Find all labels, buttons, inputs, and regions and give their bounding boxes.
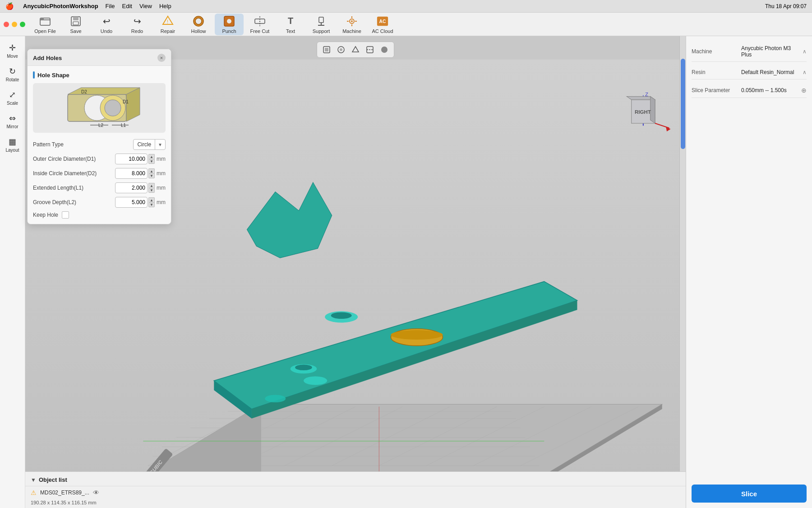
scale-tool[interactable]: ⤢ Scale <box>2 87 23 108</box>
text-button[interactable]: T Text <box>276 14 305 35</box>
menu-edit[interactable]: Edit <box>122 3 132 9</box>
free-cut-icon <box>254 15 266 28</box>
resin-section: Resin Default Resin_Normal ∧ <box>692 65 807 79</box>
move-tool[interactable]: ✛ Move <box>2 40 23 61</box>
dropdown-arrow-icon[interactable]: ▼ <box>155 140 165 149</box>
svg-text:D2: D2 <box>81 89 87 94</box>
slice-button[interactable]: Slice <box>692 485 807 503</box>
keep-hole-checkbox[interactable] <box>62 211 69 219</box>
redo-button[interactable]: ↪ Redo <box>123 14 152 35</box>
open-file-button[interactable]: Open File <box>31 14 60 35</box>
svg-point-43 <box>381 47 388 53</box>
text-label: Text <box>286 28 295 34</box>
menu-view[interactable]: View <box>139 3 152 9</box>
collapse-icon[interactable]: ▼ <box>31 477 36 483</box>
minimize-button[interactable] <box>12 22 17 27</box>
slice-param-section: Slice Parameter 0.050mm -- 1.500s ⊕ <box>692 83 807 98</box>
layout-tool[interactable]: ▦ Layout <box>2 134 23 155</box>
vp-select-button[interactable] <box>321 44 332 56</box>
extended-length-row: Extended Length(L1) ▲ ▼ mm <box>33 182 166 193</box>
inner-diameter-row: Inside Circle Diameter(D2) ▲ ▼ mm <box>33 168 166 179</box>
extended-length-unit: mm <box>157 185 166 191</box>
svg-marker-40 <box>352 47 359 52</box>
groove-depth-spinners: ▲ ▼ <box>148 197 155 207</box>
slice-param-plus-icon[interactable]: ⊕ <box>801 87 807 94</box>
scale-label: Scale <box>7 101 18 106</box>
vp-sphere-button[interactable] <box>378 44 390 56</box>
extended-length-input-wrap: ▲ ▼ mm <box>115 182 166 193</box>
menu-file[interactable]: File <box>106 3 115 9</box>
groove-depth-up[interactable]: ▲ <box>148 197 155 202</box>
svg-rect-1 <box>40 18 44 20</box>
apple-menu[interactable]: 🍎 <box>5 2 14 10</box>
ac-cloud-button[interactable]: AC AC Cloud <box>368 14 397 35</box>
outer-diameter-up[interactable]: ▲ <box>148 154 155 159</box>
maximize-button[interactable] <box>20 22 25 27</box>
object-list-header: ▼ Object list <box>25 474 686 486</box>
inner-diameter-spinners: ▲ ▼ <box>148 168 155 178</box>
machine-button[interactable]: Machine <box>337 14 366 35</box>
repair-button[interactable]: ! Repair <box>153 14 182 35</box>
machine-chevron-icon[interactable]: ∧ <box>803 48 807 55</box>
add-holes-panel: Add Holes × Hole Shape <box>27 49 171 224</box>
panel-close-button[interactable]: × <box>157 54 166 62</box>
undo-button[interactable]: ↩ Undo <box>92 14 121 35</box>
outer-diameter-spinners: ▲ ▼ <box>148 154 155 164</box>
mirror-icon: ⇔ <box>9 113 16 123</box>
svg-point-39 <box>340 48 342 51</box>
slice-param-label: Slice Parameter <box>692 87 741 93</box>
support-button[interactable]: Support <box>307 14 336 35</box>
visibility-icon[interactable]: 👁 <box>93 489 99 496</box>
support-label: Support <box>313 28 330 34</box>
save-button[interactable]: Save <box>61 14 90 35</box>
extended-length-down[interactable]: ▼ <box>148 188 155 193</box>
punch-button[interactable]: Punch <box>215 14 244 35</box>
resin-chevron-icon[interactable]: ∧ <box>803 69 807 75</box>
outer-diameter-input[interactable] <box>115 154 148 164</box>
svg-point-76 <box>331 312 352 319</box>
move-icon: ✛ <box>9 43 16 53</box>
redo-label: Redo <box>131 28 143 34</box>
undo-label: Undo <box>101 28 112 34</box>
vp-mesh-button[interactable] <box>350 44 361 56</box>
right-scrollbar[interactable] <box>679 36 686 508</box>
groove-depth-input[interactable] <box>115 197 148 208</box>
inner-diameter-input[interactable] <box>115 168 148 179</box>
vp-cut-button[interactable] <box>364 44 376 56</box>
save-label: Save <box>70 28 81 34</box>
hollow-button[interactable]: Hollow <box>184 14 213 35</box>
redo-icon: ↪ <box>131 15 143 28</box>
mirror-tool[interactable]: ⇔ Mirror <box>2 110 23 132</box>
menu-help[interactable]: Help <box>159 3 171 9</box>
undo-icon: ↩ <box>100 15 113 28</box>
rotate-icon: ↻ <box>9 66 16 76</box>
svg-text:RIGHT: RIGHT <box>635 109 651 115</box>
bottom-strip-content: ▼ Object list ⚠ MDS02_ETRS89_... 👁 190.2… <box>25 472 686 508</box>
hole-shape-section: Hole Shape <box>33 71 166 79</box>
slice-param-value: 0.050mm -- 1.500s <box>741 87 801 93</box>
pattern-type-dropdown[interactable]: Circle ▼ <box>133 139 166 150</box>
vp-view-button[interactable] <box>335 44 347 56</box>
inner-diameter-down[interactable]: ▼ <box>148 173 155 178</box>
layout-label: Layout <box>5 148 19 153</box>
pattern-type-input-wrap: Circle ▼ <box>133 139 166 150</box>
app-name: AnycubicPhotonWorkshop <box>23 3 98 9</box>
svg-text:!: ! <box>167 19 168 24</box>
titlebar: Open File Save ↩ Undo ↪ Redo ! Repair Ho… <box>0 13 812 36</box>
menubar: 🍎 AnycubicPhotonWorkshop File Edit View … <box>0 0 812 13</box>
traffic-lights <box>4 22 25 27</box>
save-icon <box>69 15 82 28</box>
support-icon <box>315 15 328 28</box>
hole-diagram: D2 D1 L2 L1 <box>33 83 166 133</box>
groove-depth-down[interactable]: ▼ <box>148 202 155 207</box>
punch-label: Punch <box>222 28 236 34</box>
close-button[interactable] <box>4 22 9 27</box>
inner-diameter-up[interactable]: ▲ <box>148 168 155 173</box>
outer-diameter-down[interactable]: ▼ <box>148 159 155 164</box>
extended-length-up[interactable]: ▲ <box>148 183 155 188</box>
svg-text:D1: D1 <box>123 99 129 104</box>
extended-length-input[interactable] <box>115 182 148 193</box>
rotate-tool[interactable]: ↻ Rotate <box>2 63 23 85</box>
open-file-label: Open File <box>34 28 56 34</box>
free-cut-button[interactable]: Free Cut <box>245 14 274 35</box>
